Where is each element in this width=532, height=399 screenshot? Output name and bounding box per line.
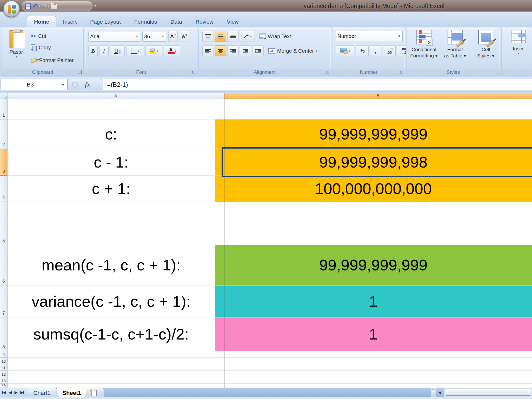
chevron-down-icon[interactable]: ▾ (138, 49, 139, 53)
cell-B8[interactable]: 1 (215, 317, 532, 351)
cell-B5[interactable] (215, 202, 532, 245)
row-header-6[interactable]: 6 (0, 245, 8, 285)
cell-A12[interactable] (8, 371, 215, 377)
borders-button[interactable]: ▾ (126, 45, 144, 56)
row-header-14[interactable]: 14 (0, 384, 8, 388)
qat-customize-icon[interactable]: ▼ (94, 4, 97, 8)
tab-home[interactable]: Home (27, 16, 56, 27)
chevron-down-icon[interactable]: ▾ (316, 49, 317, 53)
redo-dropdown-icon[interactable]: ▾ (48, 4, 49, 8)
row-header-4[interactable]: 4 (0, 176, 8, 202)
insert-worksheet-button[interactable] (87, 388, 104, 397)
row-header-7[interactable]: 7 (0, 285, 8, 317)
tab-insert[interactable]: Insert (56, 16, 83, 27)
underline-button[interactable]: U▾ (110, 45, 125, 56)
previous-sheet-button[interactable]: ◀ (9, 390, 12, 395)
cell-A11[interactable] (8, 364, 215, 371)
tab-review[interactable]: Review (189, 16, 220, 27)
italic-button[interactable]: I (99, 45, 109, 56)
chevron-down-icon[interactable]: ▾ (175, 49, 176, 53)
cell-B3-selected[interactable]: 99,999,999,998 (215, 149, 532, 176)
align-right-button[interactable] (227, 45, 239, 56)
horizontal-scrollbar[interactable] (444, 388, 532, 397)
increase-indent-button[interactable] (252, 45, 264, 56)
percent-style-button[interactable]: % (356, 45, 369, 56)
scroll-left-button[interactable]: ◀ (436, 388, 444, 397)
orientation-button[interactable]: ▾ (240, 31, 255, 42)
tab-data[interactable]: Data (164, 16, 189, 27)
align-left-button[interactable] (202, 45, 214, 56)
save-button[interactable] (25, 2, 31, 10)
cell-A9[interactable] (8, 351, 215, 358)
insert-function-icon[interactable]: fx (85, 81, 90, 88)
cell-A13[interactable] (8, 377, 215, 384)
row-header-11[interactable]: 11 (0, 364, 8, 371)
align-middle-button[interactable] (215, 31, 226, 42)
chevron-down-icon[interactable]: ▾ (119, 49, 121, 53)
name-box-dropdown-icon[interactable]: ▼ (61, 83, 65, 87)
copy-button[interactable]: Copy (31, 44, 51, 51)
shrink-font-button[interactable]: A▼ (180, 31, 189, 42)
row-header-12[interactable]: 12 (0, 371, 8, 377)
cell-B11[interactable] (215, 364, 532, 371)
sheet-tab-chart1[interactable]: Chart1 (27, 388, 56, 397)
paste-dropdown-icon[interactable]: ▾ (16, 55, 17, 58)
clipboard-dialog-launcher-icon[interactable] (78, 70, 82, 74)
number-format-combo[interactable]: Number▼ (336, 31, 403, 41)
tab-view[interactable]: View (220, 16, 245, 27)
cell-B2[interactable]: 99,999,999,999 (215, 119, 532, 149)
chevron-down-icon[interactable]: ▼ (135, 35, 138, 38)
chevron-down-icon[interactable]: ▾ (517, 52, 519, 55)
alignment-dialog-launcher-icon[interactable] (325, 70, 329, 74)
comma-style-button[interactable]: , (370, 45, 381, 56)
chevron-down-icon[interactable]: ▾ (157, 49, 158, 53)
cell-B7[interactable]: 1 (215, 285, 532, 317)
cell-A5[interactable] (8, 202, 215, 245)
accounting-format-button[interactable]: ▾ (336, 45, 354, 56)
select-all-button[interactable] (0, 93, 8, 99)
merge-center-button[interactable]: ⇄ Merge & Center ▾ (268, 48, 317, 54)
align-center-button[interactable] (215, 45, 226, 56)
font-dialog-launcher-icon[interactable] (192, 70, 195, 74)
font-size-combo[interactable]: 36▼ (142, 31, 166, 42)
bold-button[interactable]: B (88, 45, 98, 56)
align-top-button[interactable] (202, 31, 214, 42)
conditional-formatting-button[interactable]: Conditional Formatting ▾ (409, 30, 439, 69)
format-as-table-button[interactable]: Format as Table ▾ (440, 30, 470, 69)
align-bottom-button[interactable] (227, 31, 239, 42)
name-box[interactable]: B3 ▼ (1, 79, 68, 90)
undo-dropdown-icon[interactable]: ▾ (39, 4, 40, 8)
chart-button[interactable] (51, 2, 57, 10)
cell-B6[interactable]: 99,999,999,999 (215, 245, 532, 285)
cell-A8[interactable]: sumsq(c-1-c, c+1-c)/2: (8, 317, 215, 351)
cell-A6[interactable]: mean(c -1, c, c + 1): (8, 245, 215, 285)
column-header-B[interactable]: B (224, 93, 532, 99)
wrap-text-button[interactable]: Wrap Text (260, 34, 291, 39)
first-sheet-button[interactable]: ◀ (2, 390, 6, 395)
grow-font-button[interactable]: A▲ (168, 31, 178, 42)
redo-button[interactable]: ↷▾ (42, 2, 49, 10)
cell-B12[interactable] (215, 371, 532, 377)
next-sheet-button[interactable]: ▶ (15, 390, 18, 395)
chevron-down-icon[interactable]: ▼ (398, 34, 401, 38)
chevron-down-icon[interactable]: ▼ (161, 35, 164, 38)
horizontal-scrollbar-thumb[interactable] (445, 389, 531, 396)
cell-A3[interactable]: c - 1: (8, 149, 215, 176)
sheet-tab-sheet1[interactable]: Sheet1 (56, 388, 87, 397)
row-header-5[interactable]: 5 (0, 202, 8, 245)
number-dialog-launcher-icon[interactable] (400, 70, 403, 74)
chevron-down-icon[interactable]: ▾ (349, 49, 350, 53)
row-header-10[interactable]: 10 (0, 358, 8, 364)
increase-decimal-button[interactable]: ←.0.00 (383, 45, 396, 56)
format-painter-button[interactable]: Format Painter (31, 57, 74, 63)
cell-A4[interactable]: c + 1: (8, 176, 215, 202)
row-header-8[interactable]: 8 (0, 317, 8, 351)
decrease-indent-button[interactable] (240, 45, 251, 56)
column-header-A[interactable]: A (8, 93, 224, 99)
cell-A1[interactable] (8, 99, 215, 119)
cell-styles-button[interactable]: Cell Styles ▾ (470, 30, 501, 69)
cell-A10[interactable] (8, 358, 215, 364)
cell-B14[interactable] (215, 384, 532, 388)
cell-A7[interactable]: variance(c -1, c, c + 1): (8, 285, 215, 317)
font-color-button[interactable]: A▾ (164, 45, 180, 56)
